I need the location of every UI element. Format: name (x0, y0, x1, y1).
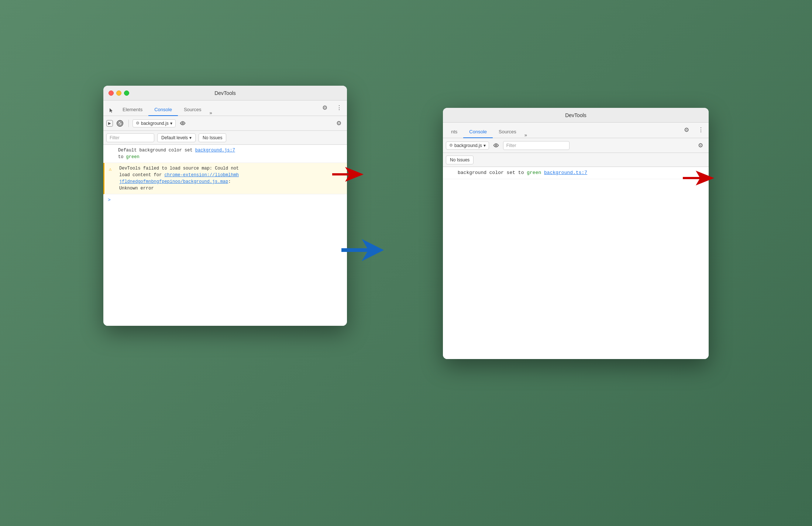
devtools-window-left: DevTools Elements Console Sources (103, 86, 347, 326)
tab-elements-right[interactable]: nts (445, 126, 463, 138)
console-prompt-left[interactable]: > (103, 194, 347, 206)
window-body-left: Elements Console Sources » ⚙ ⋮ ▶ (103, 100, 347, 326)
svg-line-1 (119, 122, 121, 124)
message-right-text: background color set to green background… (458, 170, 587, 175)
message-right-link[interactable]: background.ts:7 (544, 170, 587, 175)
settings-button-right[interactable]: ⚙ (681, 124, 692, 135)
red-arrow-right (681, 169, 714, 189)
more-button-left[interactable]: ⋮ (334, 102, 344, 113)
toolbar-separator-1 (128, 120, 129, 127)
window-body-right: nts Console Sources » ⚙ ⋮ ⚙ background (443, 123, 709, 359)
svg-marker-3 (332, 167, 364, 182)
tab-more-right[interactable]: » (522, 132, 529, 138)
tab-sources-right[interactable]: Sources (493, 126, 522, 138)
svg-marker-6 (683, 171, 714, 185)
stop-button[interactable] (115, 119, 125, 128)
tab-bar-right-win: nts Console Sources » ⚙ ⋮ (443, 123, 709, 138)
console-settings-right[interactable]: ⚙ (695, 140, 706, 151)
eye-button-left[interactable] (178, 119, 187, 128)
tab-bar-left: Elements Console Sources » ⚙ ⋮ (103, 100, 347, 116)
toolbar-left: ▶ ⚙ background.js ▾ (103, 116, 347, 131)
prompt-symbol: > (108, 197, 111, 203)
warning-link[interactable]: chrome-extension://liobmlhmhjfldnedgofmn… (119, 173, 239, 184)
settings-button-left[interactable]: ⚙ (320, 102, 330, 113)
tab-bar-right-controls: ⚙ ⋮ (681, 124, 706, 138)
filter-bar-left: Filter Default levels ▾ No Issues (103, 131, 347, 145)
tab-elements[interactable]: Elements (117, 104, 148, 116)
message1-to: to green (118, 154, 140, 160)
console-content-left: Default background color set background.… (103, 145, 347, 326)
context-selector-right[interactable]: ⚙ background.js ▾ (446, 141, 489, 150)
toolbar-right: ⚙ background.js ▾ Filter ⚙ (443, 138, 709, 153)
svg-point-5 (495, 145, 497, 146)
title-bar-right: DevTools (443, 108, 709, 123)
no-issues-button-left[interactable]: No Issues (199, 133, 226, 142)
console-content-right: background color set to green background… (443, 167, 709, 359)
console-message-1: Default background color set background.… (103, 145, 347, 163)
window-title-right: DevTools (565, 112, 586, 118)
context-gear-icon-right: ⚙ (449, 143, 453, 148)
message1-color-text: green (126, 154, 140, 160)
context-selector-left[interactable]: ⚙ background.js ▾ (133, 119, 176, 127)
window-title-left: DevTools (214, 90, 236, 96)
console-message-right-1: background color set to green background… (443, 167, 709, 179)
context-arrow-left: ▾ (170, 121, 172, 126)
traffic-lights-left (109, 90, 129, 96)
warning-text: DevTools failed to load source map: Coul… (119, 166, 239, 191)
filter-bar-right: No Issues (443, 153, 709, 167)
console-warning-1: ⚠ DevTools failed to load source map: Co… (103, 163, 347, 194)
blue-arrow-between (340, 237, 384, 264)
console-settings-left[interactable]: ⚙ (334, 118, 344, 129)
title-bar-left: DevTools (103, 86, 347, 100)
tab-bar-right-left: ⚙ ⋮ (320, 102, 344, 116)
tab-console-right[interactable]: Console (463, 126, 493, 138)
minimize-button[interactable] (116, 90, 121, 96)
devtools-window-right: DevTools nts Console Sources » ⚙ ⋮ (443, 108, 709, 359)
warning-icon: ⚠ (109, 166, 112, 173)
eye-button-right[interactable] (491, 141, 501, 150)
context-arrow-right: ▾ (484, 143, 486, 148)
context-gear-icon: ⚙ (136, 121, 140, 126)
stop-circle-icon (117, 120, 123, 127)
filter-input-right-toolbar[interactable]: Filter (503, 141, 570, 150)
tab-more-left[interactable]: » (207, 110, 214, 116)
maximize-button[interactable] (124, 90, 129, 96)
message1-text: Default background color set background.… (118, 148, 235, 153)
tab-sources-left[interactable]: Sources (178, 104, 207, 116)
message-right-color: green (527, 170, 541, 175)
no-issues-button-right[interactable]: No Issues (446, 156, 474, 164)
scene: DevTools Elements Console Sources (74, 41, 738, 485)
close-button[interactable] (109, 90, 114, 96)
svg-point-2 (182, 123, 183, 124)
svg-marker-4 (341, 239, 384, 261)
message1-link[interactable]: background.js:7 (195, 148, 235, 153)
context-label-right: background.js (454, 143, 482, 148)
cursor-tool[interactable] (106, 105, 117, 116)
more-button-right[interactable]: ⋮ (695, 124, 706, 135)
red-arrow-left (330, 165, 364, 184)
context-label-left: background.js (141, 121, 169, 126)
tab-console-left[interactable]: Console (148, 104, 178, 116)
run-button[interactable]: ▶ (106, 120, 113, 127)
filter-input-left[interactable]: Filter (106, 133, 154, 142)
levels-button-left[interactable]: Default levels ▾ (157, 133, 196, 142)
